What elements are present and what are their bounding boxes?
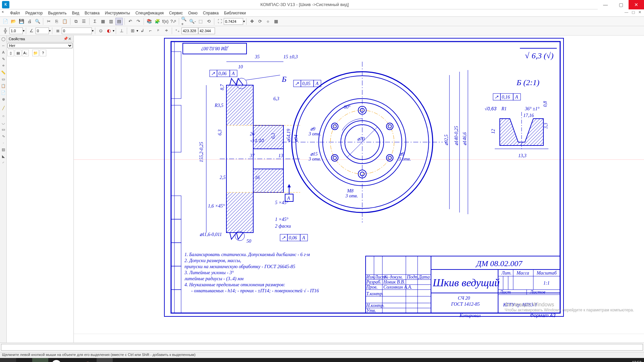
menu-spec[interactable]: Спецификация	[133, 10, 166, 16]
tool-arc[interactable]: ◡	[0, 120, 6, 126]
copy-props-button[interactable]: ⧉	[72, 18, 79, 25]
fx-button[interactable]: f(x)	[162, 18, 169, 25]
grid-button[interactable]: ⊞	[129, 27, 136, 35]
angle-input[interactable]	[36, 27, 49, 34]
tool-select[interactable]: ▭	[0, 76, 6, 82]
drawing-canvas[interactable]: ДМ 08.02.007 √ 6,3 (√)	[74, 36, 644, 343]
view-all-button[interactable]: ▦	[272, 18, 280, 25]
vars-button[interactable]: Σ	[91, 18, 99, 25]
constraints-button[interactable]: ⫩	[163, 27, 170, 35]
snap-mid-button[interactable]: ◐	[105, 27, 112, 35]
prop-btn-3[interactable]: A↓	[22, 50, 29, 56]
tool-chamfer[interactable]: ◣	[0, 153, 6, 159]
zoom-out-button[interactable]: 🔍-	[189, 18, 196, 25]
lib-button[interactable]: 📚	[146, 18, 153, 25]
tool-geometry[interactable]: ◯	[0, 36, 6, 42]
zoom-in-button[interactable]: 🔍+	[181, 18, 188, 25]
menu-file[interactable]: Файл	[7, 10, 23, 16]
print-button[interactable]: 🖨	[26, 18, 33, 25]
taskbar-winrar[interactable]: 📚	[80, 358, 97, 362]
taskbar-word[interactable]: W	[64, 358, 80, 362]
menu-tools[interactable]: Инструменты	[102, 10, 133, 16]
paste-button[interactable]: 📋	[61, 18, 68, 25]
tool-circle[interactable]: ○	[0, 113, 6, 119]
properties-close-icon[interactable]: ✕	[68, 37, 71, 41]
command-input[interactable]	[1, 344, 643, 351]
ortho-button[interactable]: ⊥	[118, 27, 125, 35]
angle-button[interactable]: ∠	[28, 27, 35, 35]
tool-fillet[interactable]: ◜	[0, 160, 6, 166]
coord-y-input[interactable]	[198, 27, 215, 34]
menu-service[interactable]: Сервис	[166, 10, 185, 16]
refresh-button[interactable]: ⟐	[264, 18, 272, 25]
layer-input[interactable]	[62, 27, 92, 34]
grid-snap-button[interactable]: ╬	[2, 27, 9, 35]
preview-button[interactable]: 🔍	[34, 18, 41, 25]
help-pointer[interactable]: ?⬀	[170, 18, 177, 25]
copy-button[interactable]: ⎘	[53, 18, 60, 25]
tool-insert[interactable]: ⊕	[0, 96, 6, 102]
spec-button[interactable]: 🧩	[154, 18, 161, 25]
tool-text[interactable]: A	[0, 49, 6, 55]
step-input[interactable]	[9, 27, 23, 34]
prop-btn-5[interactable]: ?	[40, 50, 46, 56]
prop-btn-2[interactable]: ▤	[15, 50, 21, 56]
open-button[interactable]: 📂	[10, 18, 17, 25]
local-cs-button[interactable]: ↲	[139, 27, 146, 35]
taskbar-explorer[interactable]: 📁	[16, 358, 32, 362]
zoom-window-button[interactable]: ⬚	[197, 18, 204, 25]
tb-1[interactable]: ▦	[99, 18, 107, 25]
props-button[interactable]: ☰	[80, 18, 88, 25]
taskbar-yandex[interactable]: Y	[52, 360, 61, 362]
cut-button[interactable]: ✂	[45, 18, 52, 25]
tool-report[interactable]: 📄	[0, 89, 6, 96]
start-button[interactable]: ⊞	[0, 358, 16, 362]
system-tray[interactable]: RU ▴ ⚑ 📶 🔊 12:52 06.06.2018	[586, 360, 644, 362]
redo-button[interactable]: ↷	[135, 18, 142, 25]
taskbar-opera[interactable]: O	[32, 358, 48, 362]
layer-icon[interactable]: ≣	[54, 27, 61, 35]
tool-spline[interactable]: ∿	[0, 133, 6, 139]
close-button[interactable]: ✕	[629, 0, 644, 9]
maximize-button[interactable]: ▢	[613, 0, 629, 9]
tool-point[interactable]: ·	[0, 140, 6, 146]
menu-window[interactable]: Окно	[185, 10, 200, 16]
mdi-min[interactable]: —	[623, 10, 630, 14]
tb-2[interactable]: ▥	[107, 18, 115, 25]
menu-insert[interactable]: Вставка	[82, 10, 102, 16]
coord-x-input[interactable]	[181, 27, 198, 34]
tb-3[interactable]: ▤	[115, 18, 123, 25]
tool-dimension[interactable]: ↔	[0, 43, 6, 49]
tray-clock[interactable]: 12:52 06.06.2018	[623, 360, 641, 362]
tool-param[interactable]: ⫩	[0, 63, 6, 69]
save-button[interactable]: 💾	[18, 18, 25, 25]
menu-edit[interactable]: Редактор	[23, 10, 46, 16]
undo-button[interactable]: ↶	[126, 18, 134, 25]
properties-select[interactable]: Нет	[7, 43, 73, 48]
new-doc-button[interactable]: 📄	[2, 18, 9, 25]
zoom-prev-button[interactable]: ⟲	[205, 18, 212, 25]
snap-end-button[interactable]: ⊙	[97, 27, 104, 35]
tool-measure[interactable]: 📏	[0, 69, 6, 75]
menu-libs[interactable]: Библиотеки	[221, 10, 249, 16]
tool-hatch[interactable]: ▨	[0, 146, 6, 153]
rotate-view-button[interactable]: ⟳	[256, 18, 264, 25]
zoom-fit-button[interactable]: ⛶	[216, 18, 223, 25]
tool-line[interactable]: ╱	[0, 105, 6, 111]
ucs-button[interactable]: ⌐	[147, 27, 154, 35]
prop-btn-1[interactable]: ▯	[7, 50, 14, 56]
menu-help[interactable]: Справка	[200, 10, 221, 16]
minimize-button[interactable]: —	[598, 0, 613, 9]
menu-view[interactable]: Вид	[69, 10, 82, 16]
zoom-input[interactable]	[224, 18, 243, 25]
tool-edit[interactable]: ✎	[0, 56, 6, 62]
prop-btn-4[interactable]: 📁	[32, 50, 39, 56]
properties-pin-icon[interactable]: 📌	[63, 37, 68, 41]
mdi-max[interactable]: ▢	[630, 10, 636, 14]
pan-button[interactable]: ✥	[248, 18, 256, 25]
mdi-close[interactable]: ✕	[637, 10, 643, 14]
tool-spec[interactable]: 📋	[0, 83, 6, 89]
taskbar-kompas[interactable]: ◉	[97, 358, 113, 362]
tool-rect[interactable]: ▭	[0, 126, 6, 132]
param-button[interactable]: ᵖ	[155, 27, 162, 35]
